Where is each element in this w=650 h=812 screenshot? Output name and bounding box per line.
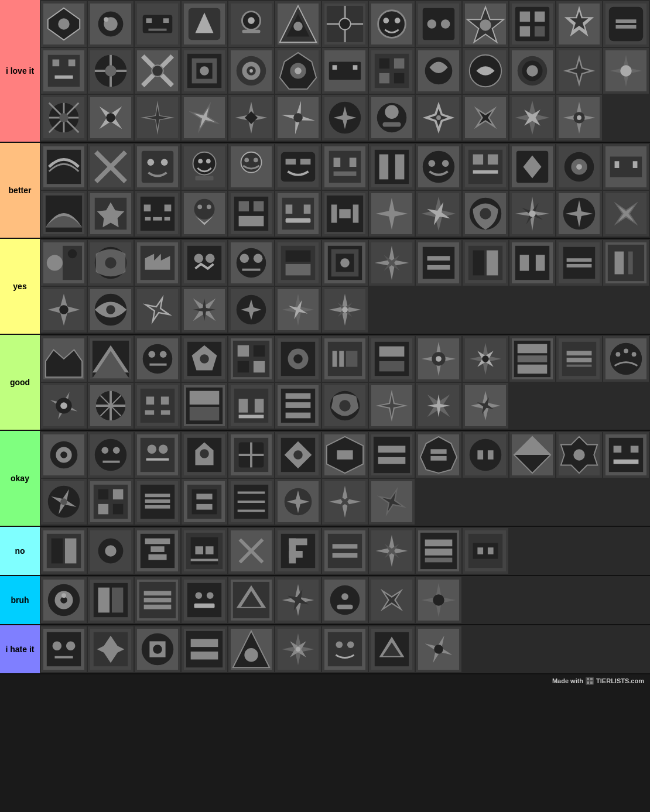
svg-point-563 [341, 593, 348, 600]
svg-rect-228 [353, 204, 359, 222]
svg-rect-418 [141, 438, 175, 472]
list-item [182, 432, 227, 478]
svg-point-259 [206, 253, 215, 263]
svg-point-355 [482, 355, 489, 362]
svg-point-603 [434, 645, 443, 654]
svg-point-193 [576, 164, 582, 170]
list-item [416, 528, 461, 574]
tier-row-bruh: bruh [0, 576, 650, 625]
svg-rect-502 [150, 546, 164, 552]
svg-rect-209 [165, 217, 170, 221]
list-item [322, 95, 368, 141]
svg-point-261 [237, 248, 266, 278]
list-item [135, 626, 180, 672]
list-item [41, 528, 87, 574]
svg-point-298 [59, 305, 69, 314]
list-item [369, 95, 415, 141]
list-item [41, 432, 87, 478]
svg-rect-472 [145, 505, 170, 509]
svg-point-27 [339, 18, 350, 29]
svg-rect-293 [608, 245, 644, 281]
svg-point-262 [240, 253, 249, 263]
list-item [228, 144, 274, 190]
svg-point-369 [624, 349, 628, 354]
svg-point-416 [113, 447, 120, 454]
svg-point-328 [200, 354, 209, 364]
svg-rect-380 [161, 396, 169, 405]
list-item [182, 479, 227, 525]
svg-point-2 [58, 18, 69, 29]
list-item [275, 287, 321, 333]
svg-point-236 [480, 208, 491, 219]
tier-row-yes: yes [0, 239, 650, 335]
list-item [135, 336, 180, 382]
list-item [463, 336, 508, 382]
list-item [275, 528, 321, 574]
list-item [369, 528, 415, 574]
tier-items-bruh [40, 576, 650, 624]
svg-rect-475 [192, 489, 217, 515]
svg-rect-456 [631, 446, 639, 453]
list-item [135, 528, 180, 574]
svg-rect-216 [239, 201, 249, 212]
list-item [275, 432, 321, 478]
svg-rect-396 [286, 413, 311, 419]
list-item [416, 240, 461, 286]
list-item [322, 432, 368, 478]
list-item [369, 191, 415, 237]
svg-rect-205 [144, 204, 151, 211]
svg-rect-585 [191, 652, 218, 660]
list-item [182, 528, 227, 574]
svg-rect-10 [163, 18, 169, 23]
list-item [135, 1, 180, 47]
svg-rect-204 [141, 197, 175, 231]
svg-rect-606 [590, 678, 593, 680]
list-item [509, 336, 555, 382]
list-item [369, 626, 415, 672]
svg-point-159 [206, 159, 211, 163]
svg-rect-89 [394, 59, 405, 69]
svg-point-433 [293, 450, 303, 460]
list-item [322, 383, 368, 429]
list-item [135, 191, 180, 237]
list-item [322, 144, 368, 190]
svg-rect-266 [286, 251, 311, 262]
tier-label-okay: okay [0, 431, 40, 526]
list-item [135, 144, 180, 190]
list-item [41, 336, 87, 382]
list-item [182, 577, 227, 623]
list-item [509, 48, 555, 94]
svg-rect-534 [488, 547, 494, 554]
svg-rect-385 [190, 391, 220, 405]
list-item [228, 191, 274, 237]
list-item [463, 144, 508, 190]
tier-items-hate [40, 625, 650, 673]
svg-rect-438 [374, 437, 410, 473]
svg-point-31 [395, 18, 401, 23]
svg-rect-542 [98, 588, 110, 613]
list-item [322, 1, 368, 47]
svg-rect-467 [113, 504, 124, 515]
list-item [182, 626, 227, 672]
list-item [182, 1, 227, 47]
list-item [416, 383, 461, 429]
list-item [556, 432, 602, 478]
list-item [88, 144, 134, 190]
svg-rect-471 [145, 499, 170, 503]
svg-rect-342 [339, 351, 344, 366]
svg-rect-17 [242, 30, 260, 33]
list-item [556, 191, 602, 237]
svg-rect-294 [615, 252, 624, 275]
svg-point-419 [148, 445, 157, 454]
list-item [369, 240, 415, 286]
svg-rect-222 [304, 204, 311, 214]
svg-point-22 [293, 22, 303, 31]
list-item [416, 95, 461, 141]
list-item [509, 95, 555, 141]
svg-rect-466 [98, 504, 109, 515]
svg-rect-391 [239, 415, 264, 419]
svg-rect-223 [286, 218, 311, 223]
svg-point-539 [61, 593, 66, 598]
list-item [41, 626, 87, 672]
list-item [228, 432, 274, 478]
